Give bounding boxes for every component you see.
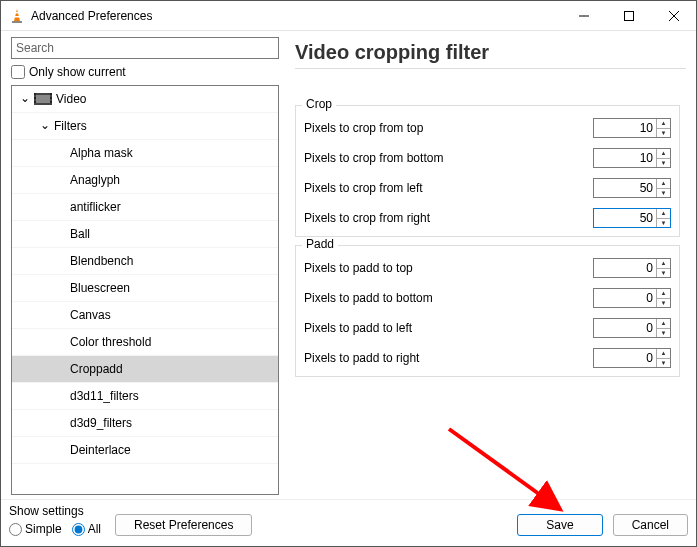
title-bar: Advanced Preferences: [1, 1, 696, 31]
field-row: Pixels to padd to top▲▼: [304, 258, 671, 278]
field-row: Pixels to padd to bottom▲▼: [304, 288, 671, 308]
number-input[interactable]: [594, 179, 656, 197]
stepper-up-icon[interactable]: ▲: [657, 179, 670, 189]
stepper-down-icon[interactable]: ▼: [657, 299, 670, 308]
radio-simple-input[interactable]: [9, 523, 22, 536]
stepper-up-icon[interactable]: ▲: [657, 259, 670, 269]
tree-item-label: Deinterlace: [70, 443, 131, 457]
svg-rect-11: [34, 97, 36, 99]
footer: Show settings Simple All Reset Preferenc…: [1, 499, 696, 546]
save-button[interactable]: Save: [517, 514, 602, 536]
tree-item[interactable]: Blendbench: [12, 248, 278, 275]
tree-item[interactable]: d3d9_filters: [12, 410, 278, 437]
stepper-down-icon[interactable]: ▼: [657, 359, 670, 368]
svg-rect-14: [50, 97, 52, 99]
number-spinbox[interactable]: ▲▼: [593, 348, 671, 368]
only-show-current-label[interactable]: Only show current: [29, 65, 126, 79]
tree-item[interactable]: Bluescreen: [12, 275, 278, 302]
field-row: Pixels to crop from bottom▲▼: [304, 148, 671, 168]
field-row: Pixels to padd to left▲▼: [304, 318, 671, 338]
crop-group: CropPixels to crop from top▲▼Pixels to c…: [295, 105, 680, 237]
number-input[interactable]: [594, 319, 656, 337]
reset-preferences-button[interactable]: Reset Preferences: [115, 514, 252, 536]
svg-rect-10: [34, 93, 36, 95]
stepper-up-icon[interactable]: ▲: [657, 319, 670, 329]
svg-rect-13: [50, 93, 52, 95]
radio-all-input[interactable]: [72, 523, 85, 536]
number-spinbox[interactable]: ▲▼: [593, 208, 671, 228]
tree-item-label: Blendbench: [70, 254, 133, 268]
tree-node-label: Video: [56, 92, 86, 106]
field-row: Pixels to padd to right▲▼: [304, 348, 671, 368]
number-spinbox[interactable]: ▲▼: [593, 118, 671, 138]
number-input[interactable]: [594, 119, 656, 137]
field-label: Pixels to crop from right: [304, 211, 593, 225]
stepper-down-icon[interactable]: ▼: [657, 159, 670, 168]
group-legend: Crop: [302, 97, 336, 111]
search-input[interactable]: [11, 37, 279, 59]
number-input[interactable]: [594, 209, 656, 227]
stepper-down-icon[interactable]: ▼: [657, 189, 670, 198]
field-label: Pixels to crop from top: [304, 121, 593, 135]
field-row: Pixels to crop from right▲▼: [304, 208, 671, 228]
svg-rect-3: [12, 21, 22, 23]
tree-node-video[interactable]: ⌄ Video: [12, 86, 278, 113]
field-label: Pixels to padd to right: [304, 351, 593, 365]
svg-rect-15: [50, 101, 52, 103]
number-spinbox[interactable]: ▲▼: [593, 178, 671, 198]
tree-node-label: Filters: [54, 119, 87, 133]
number-spinbox[interactable]: ▲▼: [593, 288, 671, 308]
stepper-down-icon[interactable]: ▼: [657, 269, 670, 278]
number-input[interactable]: [594, 259, 656, 277]
stepper-up-icon[interactable]: ▲: [657, 119, 670, 129]
tree-item[interactable]: Canvas: [12, 302, 278, 329]
chevron-down-icon: ⌄: [38, 118, 52, 132]
stepper-down-icon[interactable]: ▼: [657, 329, 670, 338]
stepper-up-icon[interactable]: ▲: [657, 349, 670, 359]
settings-panel: CropPixels to crop from top▲▼Pixels to c…: [295, 85, 686, 495]
tree-item[interactable]: antiflicker: [12, 194, 278, 221]
tree-item-label: d3d9_filters: [70, 416, 132, 430]
vlc-cone-icon: [9, 8, 25, 24]
stepper-up-icon[interactable]: ▲: [657, 289, 670, 299]
stepper-down-icon[interactable]: ▼: [657, 219, 670, 228]
field-row: Pixels to crop from top▲▼: [304, 118, 671, 138]
tree-item[interactable]: d3d11_filters: [12, 383, 278, 410]
tree-item[interactable]: Ball: [12, 221, 278, 248]
radio-simple[interactable]: Simple: [9, 522, 62, 536]
field-row: Pixels to crop from left▲▼: [304, 178, 671, 198]
stepper-up-icon[interactable]: ▲: [657, 209, 670, 219]
tree-item-label: d3d11_filters: [70, 389, 139, 403]
close-button[interactable]: [651, 1, 696, 30]
number-spinbox[interactable]: ▲▼: [593, 318, 671, 338]
tree-item[interactable]: Alpha mask: [12, 140, 278, 167]
cancel-button[interactable]: Cancel: [613, 514, 688, 536]
svg-rect-12: [34, 101, 36, 103]
padd-group: PaddPixels to padd to top▲▼Pixels to pad…: [295, 245, 680, 377]
panel-title: Video cropping filter: [295, 37, 686, 69]
tree-item[interactable]: Deinterlace: [12, 437, 278, 464]
stepper-down-icon[interactable]: ▼: [657, 129, 670, 138]
number-input[interactable]: [594, 289, 656, 307]
minimize-button[interactable]: [561, 1, 606, 30]
video-icon: [34, 92, 52, 106]
stepper-up-icon[interactable]: ▲: [657, 149, 670, 159]
tree-node-filters[interactable]: ⌄ Filters: [12, 113, 278, 140]
tree-item[interactable]: Croppadd: [12, 356, 278, 383]
group-legend: Padd: [302, 237, 338, 251]
radio-all[interactable]: All: [72, 522, 101, 536]
number-spinbox[interactable]: ▲▼: [593, 258, 671, 278]
number-input[interactable]: [594, 349, 656, 367]
number-spinbox[interactable]: ▲▼: [593, 148, 671, 168]
only-show-current-checkbox[interactable]: [11, 65, 25, 79]
category-tree[interactable]: ⌄ Video ⌄ Filters Alpha mas: [11, 85, 279, 495]
show-settings-label: Show settings: [9, 504, 101, 518]
tree-item-label: Croppadd: [70, 362, 123, 376]
svg-rect-9: [36, 95, 50, 103]
number-input[interactable]: [594, 149, 656, 167]
tree-item[interactable]: Color threshold: [12, 329, 278, 356]
tree-item[interactable]: Anaglyph: [12, 167, 278, 194]
field-label: Pixels to crop from left: [304, 181, 593, 195]
tree-item-label: antiflicker: [70, 200, 121, 214]
maximize-button[interactable]: [606, 1, 651, 30]
